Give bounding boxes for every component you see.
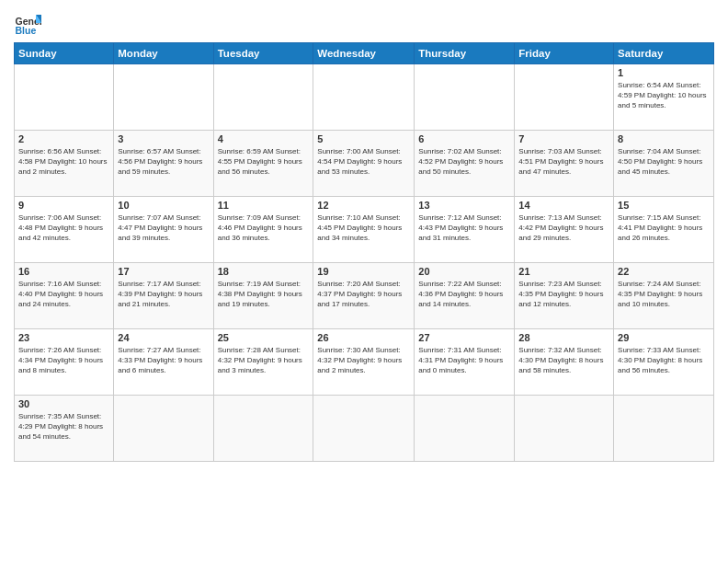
- calendar-cell: 21Sunrise: 7:23 AM Sunset: 4:35 PM Dayli…: [515, 263, 614, 329]
- calendar-cell: 23Sunrise: 7:26 AM Sunset: 4:34 PM Dayli…: [15, 329, 114, 396]
- calendar-cell: 18Sunrise: 7:19 AM Sunset: 4:38 PM Dayli…: [213, 263, 313, 329]
- calendar-cell: 8Sunrise: 7:04 AM Sunset: 4:50 PM Daylig…: [614, 131, 714, 197]
- day-number: 22: [618, 266, 710, 277]
- day-info: Sunrise: 7:07 AM Sunset: 4:47 PM Dayligh…: [118, 213, 209, 244]
- calendar-cell: 20Sunrise: 7:22 AM Sunset: 4:36 PM Dayli…: [415, 263, 515, 329]
- calendar-cell: 6Sunrise: 7:02 AM Sunset: 4:52 PM Daylig…: [415, 131, 515, 197]
- calendar-cell: 30Sunrise: 7:35 AM Sunset: 4:29 PM Dayli…: [15, 396, 114, 462]
- calendar-cell: [313, 64, 415, 131]
- calendar-cell: 17Sunrise: 7:17 AM Sunset: 4:39 PM Dayli…: [114, 263, 213, 329]
- day-info: Sunrise: 6:57 AM Sunset: 4:56 PM Dayligh…: [118, 146, 209, 178]
- day-info: Sunrise: 7:28 AM Sunset: 4:32 PM Dayligh…: [218, 345, 310, 376]
- day-number: 16: [18, 266, 109, 277]
- calendar-cell: [313, 396, 415, 462]
- logo-icon: General Blue: [14, 9, 41, 37]
- day-info: Sunrise: 7:15 AM Sunset: 4:41 PM Dayligh…: [618, 213, 710, 244]
- calendar-cell: 2Sunrise: 6:56 AM Sunset: 4:58 PM Daylig…: [15, 131, 114, 197]
- day-info: Sunrise: 7:19 AM Sunset: 4:38 PM Dayligh…: [218, 279, 310, 310]
- calendar-cell: 12Sunrise: 7:10 AM Sunset: 4:45 PM Dayli…: [313, 197, 415, 263]
- calendar-cell: 26Sunrise: 7:30 AM Sunset: 4:32 PM Dayli…: [313, 329, 415, 396]
- calendar-cell: [415, 396, 515, 462]
- day-info: Sunrise: 7:26 AM Sunset: 4:34 PM Dayligh…: [18, 345, 109, 376]
- day-info: Sunrise: 7:23 AM Sunset: 4:35 PM Dayligh…: [518, 279, 609, 310]
- day-number: 2: [18, 133, 109, 144]
- week-row-1: 1Sunrise: 6:54 AM Sunset: 4:59 PM Daylig…: [15, 64, 714, 131]
- day-number: 11: [218, 200, 310, 211]
- day-number: 5: [317, 133, 410, 144]
- calendar-cell: [114, 396, 213, 462]
- day-info: Sunrise: 7:12 AM Sunset: 4:43 PM Dayligh…: [418, 213, 510, 244]
- day-info: Sunrise: 7:16 AM Sunset: 4:40 PM Dayligh…: [18, 279, 109, 310]
- calendar-cell: 15Sunrise: 7:15 AM Sunset: 4:41 PM Dayli…: [614, 197, 714, 263]
- day-info: Sunrise: 6:59 AM Sunset: 4:55 PM Dayligh…: [218, 146, 310, 178]
- day-info: Sunrise: 7:00 AM Sunset: 4:54 PM Dayligh…: [317, 146, 410, 178]
- calendar-cell: [515, 64, 614, 131]
- calendar-cell: 14Sunrise: 7:13 AM Sunset: 4:42 PM Dayli…: [515, 197, 614, 263]
- day-info: Sunrise: 7:27 AM Sunset: 4:33 PM Dayligh…: [118, 345, 209, 376]
- calendar-cell: [415, 64, 515, 131]
- day-number: 27: [418, 332, 510, 343]
- day-info: Sunrise: 7:13 AM Sunset: 4:42 PM Dayligh…: [518, 213, 609, 244]
- day-info: Sunrise: 7:06 AM Sunset: 4:48 PM Dayligh…: [18, 213, 109, 244]
- page: General Blue SundayMondayTuesdayWednesda…: [0, 0, 728, 563]
- calendar-cell: 29Sunrise: 7:33 AM Sunset: 4:30 PM Dayli…: [614, 329, 714, 396]
- day-number: 30: [18, 398, 109, 409]
- day-number: 17: [118, 266, 209, 277]
- day-info: Sunrise: 7:31 AM Sunset: 4:31 PM Dayligh…: [418, 345, 510, 376]
- calendar-cell: 10Sunrise: 7:07 AM Sunset: 4:47 PM Dayli…: [114, 197, 213, 263]
- calendar-cell: [515, 396, 614, 462]
- day-number: 1: [618, 67, 710, 78]
- calendar-cell: 22Sunrise: 7:24 AM Sunset: 4:35 PM Dayli…: [614, 263, 714, 329]
- day-info: Sunrise: 7:22 AM Sunset: 4:36 PM Dayligh…: [418, 279, 510, 310]
- day-info: Sunrise: 7:32 AM Sunset: 4:30 PM Dayligh…: [518, 345, 609, 376]
- calendar-cell: 25Sunrise: 7:28 AM Sunset: 4:32 PM Dayli…: [213, 329, 313, 396]
- day-info: Sunrise: 7:09 AM Sunset: 4:46 PM Dayligh…: [218, 213, 310, 244]
- calendar-cell: 5Sunrise: 7:00 AM Sunset: 4:54 PM Daylig…: [313, 131, 415, 197]
- week-row-4: 16Sunrise: 7:16 AM Sunset: 4:40 PM Dayli…: [15, 263, 714, 329]
- calendar-cell: [614, 396, 714, 462]
- day-info: Sunrise: 7:33 AM Sunset: 4:30 PM Dayligh…: [618, 345, 710, 376]
- calendar-cell: 27Sunrise: 7:31 AM Sunset: 4:31 PM Dayli…: [415, 329, 515, 396]
- weekday-monday: Monday: [114, 43, 213, 64]
- day-number: 12: [317, 200, 410, 211]
- day-info: Sunrise: 7:20 AM Sunset: 4:37 PM Dayligh…: [317, 279, 410, 310]
- calendar-cell: 3Sunrise: 6:57 AM Sunset: 4:56 PM Daylig…: [114, 131, 213, 197]
- day-number: 6: [418, 133, 510, 144]
- day-number: 20: [418, 266, 510, 277]
- day-number: 19: [317, 266, 410, 277]
- svg-text:Blue: Blue: [16, 25, 37, 36]
- day-info: Sunrise: 7:10 AM Sunset: 4:45 PM Dayligh…: [317, 213, 410, 244]
- calendar-cell: 28Sunrise: 7:32 AM Sunset: 4:30 PM Dayli…: [515, 329, 614, 396]
- day-info: Sunrise: 7:35 AM Sunset: 4:29 PM Dayligh…: [18, 411, 109, 442]
- day-info: Sunrise: 7:03 AM Sunset: 4:51 PM Dayligh…: [518, 146, 609, 178]
- day-info: Sunrise: 7:04 AM Sunset: 4:50 PM Dayligh…: [618, 146, 710, 178]
- day-info: Sunrise: 6:56 AM Sunset: 4:58 PM Dayligh…: [18, 146, 109, 178]
- calendar-cell: 4Sunrise: 6:59 AM Sunset: 4:55 PM Daylig…: [213, 131, 313, 197]
- day-number: 7: [518, 133, 609, 144]
- day-number: 10: [118, 200, 209, 211]
- calendar-cell: 7Sunrise: 7:03 AM Sunset: 4:51 PM Daylig…: [515, 131, 614, 197]
- calendar-cell: 19Sunrise: 7:20 AM Sunset: 4:37 PM Dayli…: [313, 263, 415, 329]
- day-number: 14: [518, 200, 609, 211]
- calendar-cell: [213, 64, 313, 131]
- day-number: 25: [218, 332, 310, 343]
- day-number: 24: [118, 332, 209, 343]
- weekday-friday: Friday: [515, 43, 614, 64]
- week-row-3: 9Sunrise: 7:06 AM Sunset: 4:48 PM Daylig…: [15, 197, 714, 263]
- calendar: SundayMondayTuesdayWednesdayThursdayFrid…: [14, 42, 714, 462]
- calendar-cell: [15, 64, 114, 131]
- day-number: 28: [518, 332, 609, 343]
- day-number: 18: [218, 266, 310, 277]
- header: General Blue: [14, 9, 714, 37]
- weekday-tuesday: Tuesday: [213, 43, 313, 64]
- day-info: Sunrise: 7:24 AM Sunset: 4:35 PM Dayligh…: [618, 279, 710, 310]
- week-row-2: 2Sunrise: 6:56 AM Sunset: 4:58 PM Daylig…: [15, 131, 714, 197]
- calendar-cell: 16Sunrise: 7:16 AM Sunset: 4:40 PM Dayli…: [15, 263, 114, 329]
- logo: General Blue: [14, 9, 41, 37]
- day-number: 13: [418, 200, 510, 211]
- day-number: 3: [118, 133, 209, 144]
- day-number: 4: [218, 133, 310, 144]
- day-number: 8: [618, 133, 710, 144]
- calendar-cell: 11Sunrise: 7:09 AM Sunset: 4:46 PM Dayli…: [213, 197, 313, 263]
- calendar-cell: 9Sunrise: 7:06 AM Sunset: 4:48 PM Daylig…: [15, 197, 114, 263]
